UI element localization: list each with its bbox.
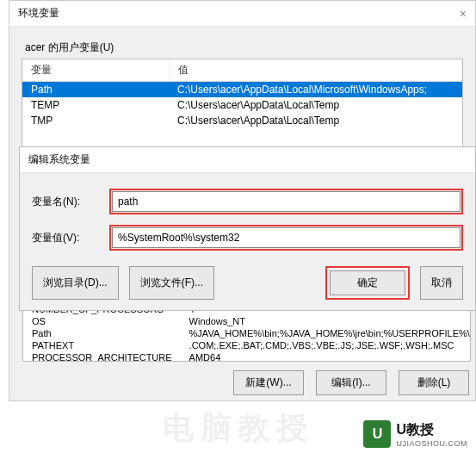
watermark-name: U教授 xyxy=(396,421,467,439)
dialog-titlebar: 环境变量 × xyxy=(9,1,475,27)
var-value-label: 变量值(V): xyxy=(32,231,109,245)
subdialog-title: 编辑系统变量 xyxy=(20,147,475,173)
table-row[interactable]: Path C:\Users\acer\AppData\Local\Microso… xyxy=(22,82,462,98)
table-row[interactable]: PATHEXT.COM;.EXE;.BAT;.CMD;.VBS;.VBE;.JS… xyxy=(23,339,471,351)
ok-highlight: 确定 xyxy=(325,266,410,300)
cancel-button[interactable]: 取消 xyxy=(420,266,463,300)
table-row[interactable]: TEMP C:\Users\acer\AppData\Local\Temp xyxy=(22,97,462,113)
watermark-logo: U U教授 UJIAOSHOU.COM xyxy=(363,420,467,448)
watermark-url: UJIAOSHOU.COM xyxy=(396,439,467,448)
sys-vars-buttons: 新建(W)... 编辑(I)... 删除(L) xyxy=(22,370,469,395)
user-vars-label: acer 的用户变量(U) xyxy=(25,40,463,55)
col-value[interactable]: 值 xyxy=(169,59,462,82)
watermark-ghost: 电脑教授 xyxy=(163,407,314,450)
table-row[interactable]: TMP C:\Users\acer\AppData\Local\Temp xyxy=(22,113,462,128)
edit-sysvar-dialog: 编辑系统变量 变量名(N): 变量值(V): 浏览目录(D)... 浏览文件(F… xyxy=(19,146,476,311)
browse-dir-button[interactable]: 浏览目录(D)... xyxy=(32,266,119,300)
edit-button[interactable]: 编辑(I)... xyxy=(316,370,386,395)
table-row[interactable]: OSWindows_NT xyxy=(23,315,471,327)
close-icon[interactable]: × xyxy=(460,7,467,21)
col-variable[interactable]: 变量 xyxy=(22,59,169,82)
var-value-input[interactable] xyxy=(112,227,461,248)
delete-button[interactable]: 删除(L) xyxy=(399,370,469,395)
var-name-label: 变量名(N): xyxy=(32,195,109,209)
browse-file-button[interactable]: 浏览文件(F)... xyxy=(129,266,214,300)
dialog-title: 环境变量 xyxy=(18,6,59,21)
var-name-input[interactable] xyxy=(112,191,461,212)
table-row[interactable]: PROCESSOR_ARCHITECTUREAMD64 xyxy=(23,351,471,362)
u-badge-icon: U xyxy=(363,420,391,448)
new-button[interactable]: 新建(W)... xyxy=(233,370,304,395)
table-row[interactable]: Path%JAVA_HOME%\bin;%JAVA_HOME%\jre\bin;… xyxy=(23,327,471,339)
ok-button[interactable]: 确定 xyxy=(330,270,405,295)
